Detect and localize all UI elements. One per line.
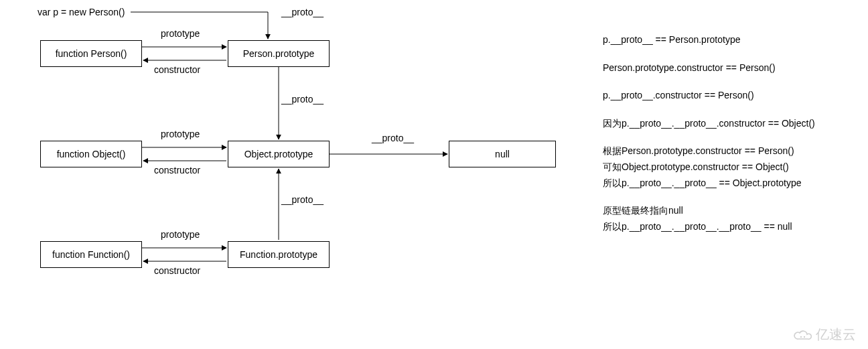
box-label: function Object() [57,149,126,159]
label-prototype-3: prototype [161,229,200,240]
box-function-function: function Function() [40,241,142,268]
box-null: null [449,141,556,167]
note-line: p.__proto__ == Person.prototype [603,33,815,47]
box-label: function Person() [56,48,127,59]
note-line: 原型链最终指向null [603,204,815,218]
note-line: 根据Person.prototype.constructor == Person… [603,145,815,158]
label-proto-mid1: __proto__ [281,94,323,104]
note-line: 所以p.__proto__.__proto__.__proto__ == nul… [603,220,815,234]
watermark: 亿速云 [793,326,856,344]
label-prototype-1: prototype [161,28,200,39]
note-line: Person.prototype.constructor == Person() [603,62,815,75]
box-label: Object.prototype [244,149,313,159]
notes-panel: p.__proto__ == Person.prototype Person.p… [603,33,815,248]
box-label: Person.prototype [243,48,315,59]
box-label: Function.prototype [240,249,317,260]
label-constructor-1: constructor [154,64,200,75]
note-line: p.__proto__.constructor == Person() [603,89,815,102]
label-prototype-2: prototype [161,129,200,139]
note-line: 所以p.__proto__.__proto__ == Object.protot… [603,177,815,190]
note-line: 因为p.__proto__.__proto__.constructor == O… [603,117,815,131]
box-function-prototype: Function.prototype [228,241,330,268]
label-proto-right: __proto__ [372,133,414,143]
svg-point-12 [804,336,805,337]
box-person-prototype: Person.prototype [228,40,330,67]
label-constructor-3: constructor [154,265,200,276]
cloud-icon [793,328,812,342]
variable-declaration: var p = new Person() [38,7,125,17]
svg-point-11 [800,336,802,337]
box-object-prototype: Object.prototype [228,141,330,167]
box-function-object: function Object() [40,141,142,167]
label-proto-top: __proto__ [281,7,323,17]
box-label: function Function() [52,249,130,260]
label-constructor-2: constructor [154,165,200,176]
box-function-person: function Person() [40,40,142,67]
watermark-text: 亿速云 [816,326,856,344]
note-line: 可知Object.prototype.constructor == Object… [603,161,815,174]
box-label: null [495,149,510,159]
label-proto-mid2: __proto__ [281,194,323,205]
